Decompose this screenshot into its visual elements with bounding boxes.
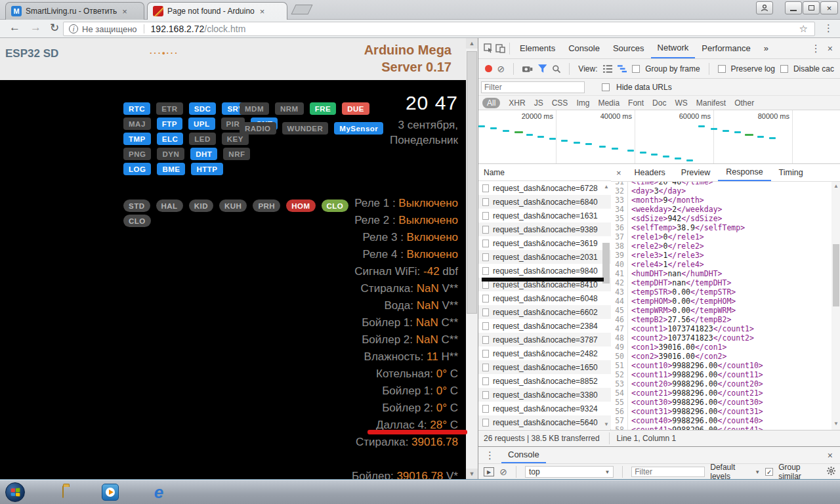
request-row[interactable]: request_dash&nocache=9389 [478, 222, 611, 236]
request-row[interactable]: request_dash&nocache=6728 [478, 181, 611, 195]
type-filter-doc[interactable]: Doc [652, 98, 666, 108]
address-bar[interactable]: i Не защищено 192.168.2.72 /clock.htm ☆ [63, 22, 815, 36]
inspect-element-icon[interactable] [482, 43, 494, 54]
network-overview-timeline[interactable]: 20000 ms40000 ms60000 ms80000 ms [478, 110, 840, 164]
request-row[interactable]: request_dash&nocache=6840 [478, 195, 611, 209]
response-tab-response[interactable]: Response [718, 164, 770, 181]
type-filter-js[interactable]: JS [534, 98, 543, 108]
tab-close-icon[interactable]: × [122, 7, 127, 16]
internet-explorer-taskbar-button[interactable]: e [148, 482, 169, 503]
filter-funnel-icon[interactable] [538, 64, 547, 73]
device-toolbar-icon[interactable] [494, 43, 506, 54]
module-button-nrm[interactable]: NRM [275, 102, 304, 115]
module-button-led[interactable]: LED [189, 133, 216, 145]
module-button-wunder[interactable]: WUNDER [282, 122, 329, 135]
response-scrollbar[interactable]: ▲ ▼ [831, 182, 840, 430]
type-filter-other[interactable]: Other [734, 98, 754, 108]
page-scrollbar[interactable]: ▲ ▼ [466, 38, 478, 479]
name-column-header[interactable]: Name [478, 164, 611, 181]
module-button-clo[interactable]: CLO [123, 215, 151, 227]
module-button-radio[interactable]: RADIO [240, 122, 276, 135]
clear-icon[interactable]: ⊘ [497, 64, 505, 74]
drawer-menu-icon[interactable]: ⋮ [478, 450, 501, 461]
module-button-sdc[interactable]: SDC [189, 102, 217, 115]
response-scrollbar-thumb[interactable] [833, 244, 839, 306]
module-button-http[interactable]: HTTP [191, 163, 222, 175]
console-settings-gear-icon[interactable] [827, 467, 835, 477]
maximize-button[interactable] [803, 1, 820, 14]
console-filter-input[interactable] [631, 467, 705, 477]
new-tab-button[interactable] [291, 5, 313, 14]
type-filter-all[interactable]: All [482, 98, 500, 108]
context-selector[interactable]: top ▼ [525, 466, 614, 478]
module-button-log[interactable]: LOG [123, 163, 151, 175]
module-button-kuh[interactable]: KUH [219, 200, 247, 212]
disable-cache-checkbox[interactable] [780, 65, 788, 73]
module-button-hal[interactable]: HAL [156, 200, 183, 212]
request-row[interactable]: request_dash&nocache=3787 [478, 333, 611, 346]
module-button-dyn[interactable]: DYN [157, 148, 184, 160]
module-button-prh[interactable]: PRH [253, 200, 280, 212]
preserve-log-checkbox[interactable] [718, 65, 726, 73]
type-filter-media[interactable]: Media [598, 98, 620, 108]
waterfall-icon[interactable] [618, 65, 627, 73]
start-button[interactable] [5, 482, 25, 502]
list-scroll-down-icon[interactable]: ▼ [604, 421, 609, 427]
console-sidebar-icon[interactable]: ▶ [484, 467, 494, 476]
group-similar-checkbox[interactable]: ✓ [765, 468, 773, 476]
drawer-close-icon[interactable]: × [828, 450, 840, 461]
network-filter-input[interactable] [481, 81, 585, 93]
profile-button[interactable] [756, 1, 773, 14]
chrome-menu-icon[interactable]: ⋮ [824, 22, 833, 34]
media-player-taskbar-button[interactable] [100, 482, 121, 503]
browser-tab-smartliving[interactable]: M SmartLiving.ru - Ответить × [5, 2, 144, 20]
tab-elements[interactable]: Elements [513, 38, 562, 58]
module-button-etr[interactable]: ETR [156, 102, 183, 115]
tab-network[interactable]: Network [651, 38, 696, 58]
more-tabs-icon[interactable]: » [757, 38, 775, 58]
request-row[interactable]: request_dash&nocache=2384 [478, 319, 611, 333]
type-filter-ws[interactable]: WS [675, 98, 687, 108]
module-button-png[interactable]: PNG [123, 148, 151, 160]
module-button-fre[interactable]: FRE [310, 102, 337, 115]
record-icon[interactable] [485, 65, 492, 72]
tab-performance[interactable]: Performance [695, 38, 757, 58]
type-filter-img[interactable]: Img [576, 98, 589, 108]
request-row[interactable]: request_dash&nocache=9840 [478, 264, 611, 278]
request-row[interactable]: request_dash&nocache=6048 [478, 291, 611, 305]
reload-button[interactable]: ↻ [50, 21, 59, 35]
module-button-mysensor[interactable]: MySensor [334, 122, 383, 135]
module-button-upl[interactable]: UPL [188, 117, 215, 130]
close-window-button[interactable]: × [820, 1, 838, 14]
module-button-maj[interactable]: MAJ [123, 117, 151, 130]
back-button[interactable]: ← [9, 21, 20, 34]
scroll-up-icon[interactable]: ▲ [466, 38, 478, 49]
tab-close-icon[interactable]: × [260, 7, 265, 16]
type-filter-xhr[interactable]: XHR [509, 98, 525, 108]
explorer-taskbar-button[interactable] [52, 482, 74, 503]
tab-console[interactable]: Console [562, 38, 606, 58]
tab-console[interactable]: Console [501, 447, 546, 463]
request-row[interactable]: request_dash&nocache=8852 [478, 374, 611, 388]
view-list-icon[interactable] [603, 65, 612, 73]
response-body[interactable]: 31<time>20 46</time>32<day>3</day>33<mon… [611, 182, 831, 430]
search-icon[interactable] [552, 64, 560, 74]
module-button-std[interactable]: STD [123, 200, 150, 212]
module-button-hom[interactable]: HOM [286, 200, 315, 212]
resp-scroll-up-icon[interactable]: ▲ [833, 183, 839, 189]
type-filter-manifest[interactable]: Manifest [696, 98, 726, 108]
module-button-dht[interactable]: DHT [190, 148, 217, 160]
group-by-frame-checkbox[interactable] [632, 65, 640, 73]
module-button-due[interactable]: DUE [342, 102, 369, 115]
response-tab-timing[interactable]: Timing [771, 164, 811, 181]
type-filter-css[interactable]: CSS [552, 98, 568, 108]
screenshot-camera-icon[interactable] [522, 65, 532, 73]
forward-button[interactable]: → [30, 21, 41, 34]
request-row[interactable]: request_dash&nocache=6602 [478, 305, 611, 319]
bookmark-star-icon[interactable]: ☆ [799, 23, 808, 35]
module-button-ftp[interactable]: FTP [157, 117, 182, 130]
request-row[interactable]: request_dash&nocache=2031 [478, 250, 611, 264]
module-button-elc[interactable]: ELC [157, 133, 184, 145]
levels-dropdown[interactable]: Default levels ▼ [710, 463, 760, 481]
close-detail-icon[interactable]: × [611, 168, 627, 178]
